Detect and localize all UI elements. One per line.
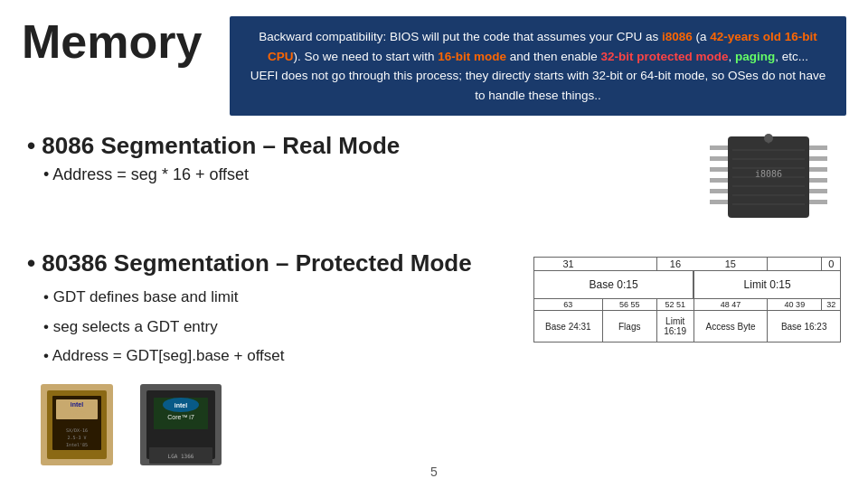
info-text-3: ). So we need to start with (294, 50, 439, 63)
info-text-5: , etc... (775, 50, 808, 63)
intel386-chip: intel i386 SX/DX-16 2.5-3 V Intel'85 (36, 380, 118, 470)
section1: • 8086 Segmentation – Real Mode • Addres… (27, 132, 841, 231)
cell-empty2 (768, 258, 822, 271)
svg-rect-2 (710, 145, 728, 150)
mem-diagram-table: 31 16 15 0 Base 0:15 Limit 0:15 63 56 55 (533, 257, 841, 343)
cell-16: 16 (656, 258, 693, 271)
cell-0: 0 (822, 258, 841, 271)
diagram-row-numbers-bottom: 63 56 55 52 51 48 47 40 39 32 (534, 299, 841, 311)
cell-31: 31 (534, 258, 603, 271)
section2-bullets: • GDT defines base and limit • seg selec… (43, 283, 506, 371)
cell-15: 15 (693, 258, 768, 271)
dip-chip-svg: i8086 (701, 127, 836, 227)
svg-rect-9 (809, 156, 827, 161)
cell-32: 32 (822, 299, 841, 311)
dip-chip-image: i8086 (696, 123, 841, 231)
slide: Memory Backward compatibility: BIOS will… (0, 0, 868, 488)
svg-text:Core™ i7: Core™ i7 (167, 414, 194, 420)
info-box: Backward compatibility: BIOS will put th… (230, 16, 846, 116)
header: Memory Backward compatibility: BIOS will… (0, 0, 868, 125)
svg-rect-3 (710, 156, 728, 161)
cell-40: 40 39 (768, 299, 822, 311)
main-content: • 8086 Segmentation – Real Mode • Addres… (0, 125, 868, 470)
page-number: 5 (430, 465, 438, 479)
highlight-i8086: i8086 (662, 30, 693, 43)
svg-rect-4 (710, 167, 728, 172)
page-title: Memory (22, 16, 203, 68)
svg-text:intel: intel (175, 402, 187, 408)
svg-text:intel: intel (71, 401, 83, 408)
section2-heading: • 80386 Segmentation – Protected Mode (27, 249, 506, 277)
svg-text:Intel'85: Intel'85 (66, 442, 88, 447)
svg-rect-7 (710, 200, 728, 204)
svg-text:SX/DX-16: SX/DX-16 (66, 427, 88, 433)
bullet-2: • seg selects a GDT entry (43, 313, 506, 342)
cell-base1623: Base 16:23 (768, 311, 841, 343)
info-text-6: UEFI does not go through this process; t… (250, 69, 826, 102)
section1-text: • 8086 Segmentation – Real Mode • Addres… (27, 132, 678, 184)
title-block: Memory (22, 16, 203, 68)
cell-48: 48 47 (693, 299, 768, 311)
highlight-16bit: 16-bit mode (438, 50, 506, 63)
svg-rect-5 (710, 178, 728, 183)
corei7-chip: intel Core™ i7 LGA 1366 (136, 380, 226, 470)
svg-text:i386: i386 (68, 408, 85, 418)
svg-rect-11 (809, 178, 827, 183)
cell-limit1619: Limit16:19 (656, 311, 693, 343)
info-text-2: (a (693, 30, 711, 43)
cell-access-byte: Access Byte (693, 311, 768, 343)
cell-empty1 (602, 258, 656, 271)
section1-sub: • Address = seg * 16 + offset (43, 165, 678, 184)
svg-point-1 (764, 134, 773, 143)
chips-row: intel i386 SX/DX-16 2.5-3 V Intel'85 (36, 380, 506, 470)
cell-52: 52 51 (656, 299, 693, 311)
diagram-row-numbers-top: 31 16 15 0 (534, 258, 841, 271)
section1-heading: • 8086 Segmentation – Real Mode (27, 132, 678, 160)
cell-56: 56 55 (602, 299, 656, 311)
bullet-3: • Address = GDT[seg].base + offset (43, 342, 506, 371)
info-comma: , (728, 50, 735, 63)
diagram-row-base-limit: Base 0:15 Limit 0:15 (534, 271, 841, 299)
diagram-row-fields: Base 24:31 Flags Limit16:19 Access Byte … (534, 311, 841, 343)
bullet-1: • GDT defines base and limit (43, 283, 506, 312)
cell-base015: Base 0:15 (534, 271, 694, 299)
highlight-paging: paging (735, 50, 775, 63)
cell-limit015: Limit 0:15 (693, 271, 840, 299)
cell-63: 63 (534, 299, 603, 311)
svg-text:2.5-3 V: 2.5-3 V (67, 435, 86, 440)
svg-rect-6 (710, 189, 728, 193)
section2-left: • 80386 Segmentation – Protected Mode • … (27, 249, 506, 470)
svg-rect-8 (809, 145, 827, 150)
info-text-4: and then enable (506, 50, 600, 63)
highlight-protected: 32-bit protected mode (600, 50, 728, 63)
svg-rect-10 (809, 167, 827, 172)
cell-base2431: Base 24:31 (534, 311, 603, 343)
mem-diagram-container: 31 16 15 0 Base 0:15 Limit 0:15 63 56 55 (533, 251, 841, 343)
svg-rect-12 (809, 189, 827, 193)
svg-rect-13 (809, 200, 827, 204)
svg-text:i8086: i8086 (755, 169, 782, 179)
svg-text:LGA 1366: LGA 1366 (168, 453, 194, 459)
info-text-1: Backward compatibility: BIOS will put th… (259, 30, 662, 43)
section2: • 80386 Segmentation – Protected Mode • … (27, 249, 841, 470)
cell-flags: Flags (602, 311, 656, 343)
